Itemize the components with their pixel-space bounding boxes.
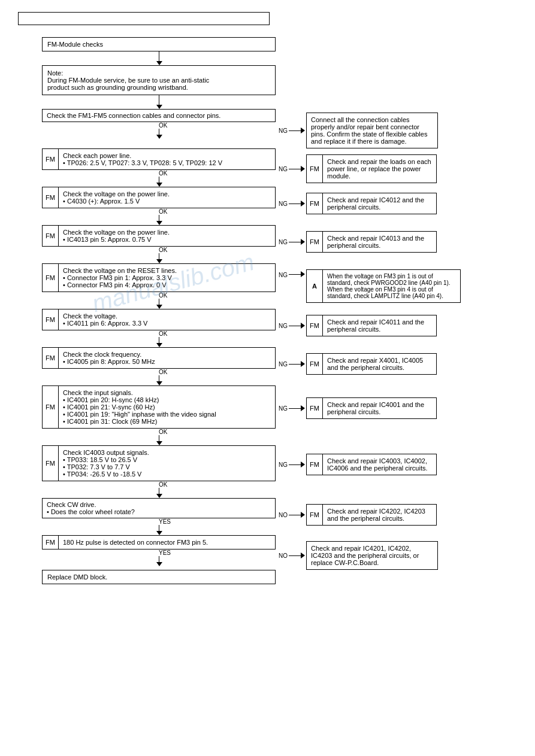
- cables-right-box: Connect all the connection cables proper…: [306, 113, 438, 148]
- step-voltage3-box: FM Check the voltage. • IC4011 pin 6: Ap…: [42, 309, 276, 330]
- step-powerline-row: FM Check each power line. • TP026: 2.5 V…: [42, 148, 517, 187]
- step-ic4003-row: FM Check IC4003 output signals. • TP033:…: [42, 445, 517, 498]
- input-right-box: FM Check and repair IC4001 and the perip…: [306, 397, 437, 419]
- voltage3-ng-section: NG FM Check and repair IC4011 and the pe…: [279, 315, 437, 336]
- reset-right-box: A When the voltage on FM3 pin 1 is out o…: [306, 269, 461, 303]
- replace-dmd-box: Replace DMD block.: [42, 570, 276, 584]
- step-voltage1-row: FM Check the voltage on the power line. …: [42, 187, 517, 225]
- voltage3-right-box: FM Check and repair IC4011 and the perip…: [306, 315, 437, 336]
- cw-right-box: FM Check and repair IC4202, IC4203 and t…: [306, 504, 437, 526]
- title-box: FM-Module checks: [42, 37, 276, 51]
- diagram: FM-Module checks Note: During FM-Module …: [18, 37, 517, 584]
- page: FM-Module checks Note: During FM-Module …: [0, 0, 535, 596]
- final-box: Replace DMD block.: [42, 570, 517, 584]
- step-reset-box: FM Check the voltage on the RESET lines.…: [42, 263, 276, 292]
- step-ic4003-box: FM Check IC4003 output signals. • TP033:…: [42, 445, 276, 481]
- arrow-after-note: [42, 95, 276, 109]
- ic4003-right-box: FM Check and repair IC4003, IC4002, IC40…: [306, 454, 437, 475]
- step-input-box: FM Check the input signals. • IC4001 pin…: [42, 385, 276, 429]
- step-voltage1-box: FM Check the voltage on the power line. …: [42, 187, 276, 208]
- top-bar: [18, 12, 270, 25]
- powerline-right-box: FM Check and repair the loads on each po…: [306, 154, 437, 183]
- voltage2-ng-section: NG FM Check and repair IC4013 and the pe…: [279, 231, 437, 253]
- step-cables-row: Check the FM1-FM5 connection cables and …: [42, 109, 517, 148]
- input-ng-section: NG FM Check and repair IC4001 and the pe…: [279, 397, 437, 419]
- voltage1-right-box: FM Check and repair IC4012 and the perip…: [306, 193, 437, 214]
- step-voltage2-box: FM Check the voltage on the power line. …: [42, 225, 276, 247]
- cw-ng-section: NO FM Check and repair IC4202, IC4203 an…: [279, 504, 437, 526]
- step-powerline-box: FM Check each power line. • TP026: 2.5 V…: [42, 148, 276, 170]
- reset-ng-section: NG A When the voltage on FM3 pin 1 is ou…: [279, 269, 461, 303]
- hz180-ng-section: NO Check and repair IC4201, IC4202, IC42…: [279, 541, 438, 570]
- ic4003-ng-section: NG FM Check and repair IC4003, IC4002, I…: [279, 454, 437, 475]
- hz180-right-box: Check and repair IC4201, IC4202, IC4203 …: [306, 541, 438, 570]
- step-reset-row: FM Check the voltage on the RESET lines.…: [42, 263, 517, 309]
- voltage2-right-box: FM Check and repair IC4013 and the perip…: [306, 231, 437, 253]
- cables-ng-section: NG Connect all the connection cables pro…: [279, 113, 438, 148]
- step-clock-box: FM Check the clock frequency. • IC4005 p…: [42, 347, 276, 369]
- step-input-row: FM Check the input signals. • IC4001 pin…: [42, 385, 517, 445]
- step-voltage3-row: FM Check the voltage. • IC4011 pin 6: Ap…: [42, 309, 517, 347]
- clock-right-box: FM Check and repair X4001, IC4005 and th…: [306, 353, 437, 375]
- step-cw-box: Check CW drive. • Does the color wheel r…: [42, 498, 276, 518]
- step-voltage2-row: FM Check the voltage on the power line. …: [42, 225, 517, 263]
- step-cables-box: Check the FM1-FM5 connection cables and …: [42, 109, 276, 122]
- clock-ng-section: NG FM Check and repair X4001, IC4005 and…: [279, 353, 437, 375]
- step-cw-row: Check CW drive. • Does the color wheel r…: [42, 498, 517, 535]
- step-180hz-row: FM 180 Hz pulse is detected on connector…: [42, 535, 517, 570]
- step-180hz-box: FM 180 Hz pulse is detected on connector…: [42, 535, 276, 549]
- step-clock-row: FM Check the clock frequency. • IC4005 p…: [42, 347, 517, 385]
- arrow-after-title: [42, 51, 276, 65]
- voltage1-ng-section: NG FM Check and repair IC4012 and the pe…: [279, 193, 437, 214]
- powerline-ng-section: NG FM Check and repair the loads on each…: [279, 154, 437, 183]
- note-box: Note: During FM-Module service, be sure …: [42, 65, 276, 95]
